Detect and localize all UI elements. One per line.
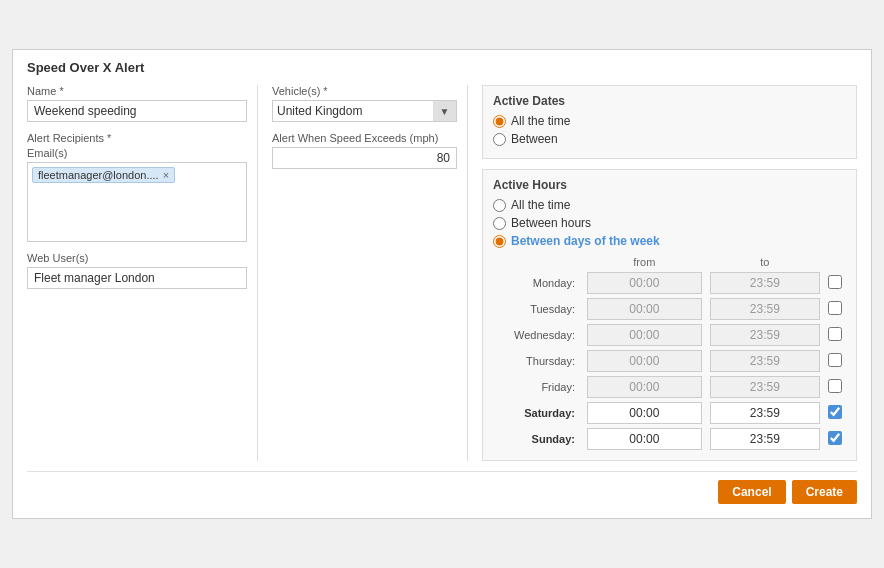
day-checkbox-cell xyxy=(824,322,846,348)
day-label: Tuesday: xyxy=(493,296,583,322)
to-cell xyxy=(706,400,824,426)
speed-label: Alert When Speed Exceeds (mph) xyxy=(272,132,457,144)
from-cell xyxy=(583,348,706,374)
days-table: from to Monday: Tuesday: xyxy=(493,254,846,452)
day-col-header xyxy=(493,254,583,270)
day-checkbox-cell xyxy=(824,374,846,400)
from-time-input[interactable] xyxy=(587,428,702,450)
hours-between-days-row: Between days of the week xyxy=(493,234,846,248)
active-dates-title: Active Dates xyxy=(493,94,846,108)
day-label: Monday: xyxy=(493,270,583,296)
dialog-footer: Cancel Create xyxy=(27,471,857,504)
day-checkbox[interactable] xyxy=(828,301,842,315)
recipients-label: Alert Recipients * xyxy=(27,132,247,144)
speed-input[interactable] xyxy=(272,147,457,169)
to-time-input[interactable] xyxy=(710,402,820,424)
from-time-input xyxy=(587,376,702,398)
from-cell xyxy=(583,426,706,452)
day-label: Thursday: xyxy=(493,348,583,374)
from-time-input xyxy=(587,350,702,372)
hours-between-days-label: Between days of the week xyxy=(511,234,660,248)
day-label: Friday: xyxy=(493,374,583,400)
hours-between-hours-radio[interactable] xyxy=(493,217,506,230)
emails-label: Email(s) xyxy=(27,147,247,159)
from-time-input xyxy=(587,324,702,346)
vehicles-label: Vehicle(s) * xyxy=(272,85,457,97)
to-time-input[interactable] xyxy=(710,428,820,450)
middle-column: Vehicle(s) * United Kingdom ▼ Alert When… xyxy=(257,85,457,461)
web-users-section: Web User(s) xyxy=(27,252,247,289)
email-tags-area[interactable]: fleetmanager@london.... × xyxy=(27,162,247,242)
hours-between-days-radio[interactable] xyxy=(493,235,506,248)
vehicles-section: Vehicle(s) * United Kingdom ▼ xyxy=(272,85,457,122)
active-dates-box: Active Dates All the time Between xyxy=(482,85,857,159)
day-checkbox[interactable] xyxy=(828,327,842,341)
from-cell xyxy=(583,270,706,296)
to-cell xyxy=(706,296,824,322)
left-column: Name * Alert Recipients * Email(s) fleet… xyxy=(27,85,247,461)
table-row: Monday: xyxy=(493,270,846,296)
to-col-header: to xyxy=(706,254,824,270)
between-date-row: Between xyxy=(493,132,846,146)
name-input[interactable] xyxy=(27,100,247,122)
create-button[interactable]: Create xyxy=(792,480,857,504)
from-cell xyxy=(583,400,706,426)
to-cell xyxy=(706,374,824,400)
date-all-time-radio[interactable] xyxy=(493,115,506,128)
active-hours-title: Active Hours xyxy=(493,178,846,192)
web-users-label: Web User(s) xyxy=(27,252,247,264)
from-cell xyxy=(583,322,706,348)
day-checkbox[interactable] xyxy=(828,431,842,445)
day-label: Wednesday: xyxy=(493,322,583,348)
day-label: Saturday: xyxy=(493,400,583,426)
day-checkbox-cell xyxy=(824,270,846,296)
day-checkbox-cell xyxy=(824,296,846,322)
to-time-input xyxy=(710,272,820,294)
to-time-input xyxy=(710,324,820,346)
table-row: Wednesday: xyxy=(493,322,846,348)
web-user-input[interactable] xyxy=(27,267,247,289)
table-row: Thursday: xyxy=(493,348,846,374)
dialog-title: Speed Over X Alert xyxy=(27,60,857,75)
day-checkbox[interactable] xyxy=(828,405,842,419)
vehicles-select[interactable]: United Kingdom xyxy=(272,100,457,122)
speed-over-x-dialog: Speed Over X Alert Name * Alert Recipien… xyxy=(12,49,872,519)
date-between-radio[interactable] xyxy=(493,133,506,146)
speed-input-wrapper xyxy=(272,147,457,169)
to-time-input xyxy=(710,350,820,372)
hours-all-time-row: All the time xyxy=(493,198,846,212)
date-between-label: Between xyxy=(511,132,558,146)
hours-all-time-label: All the time xyxy=(511,198,570,212)
email-tag: fleetmanager@london.... × xyxy=(32,167,175,183)
to-cell xyxy=(706,270,824,296)
day-checkbox-cell xyxy=(824,348,846,374)
hours-between-hours-row: Between hours xyxy=(493,216,846,230)
from-time-input[interactable] xyxy=(587,402,702,424)
active-hours-box: Active Hours All the time Between hours … xyxy=(482,169,857,461)
hours-all-time-radio[interactable] xyxy=(493,199,506,212)
speed-section: Alert When Speed Exceeds (mph) xyxy=(272,132,457,169)
all-time-date-row: All the time xyxy=(493,114,846,128)
from-cell xyxy=(583,374,706,400)
remove-email-icon[interactable]: × xyxy=(163,169,169,181)
table-row: Saturday: xyxy=(493,400,846,426)
to-time-input xyxy=(710,298,820,320)
to-time-input xyxy=(710,376,820,398)
day-checkbox[interactable] xyxy=(828,379,842,393)
day-checkbox-cell xyxy=(824,400,846,426)
from-cell xyxy=(583,296,706,322)
from-col-header: from xyxy=(583,254,706,270)
from-time-input xyxy=(587,272,702,294)
day-checkbox[interactable] xyxy=(828,275,842,289)
name-section: Name * xyxy=(27,85,247,122)
to-cell xyxy=(706,426,824,452)
hours-between-hours-label: Between hours xyxy=(511,216,591,230)
email-tag-text: fleetmanager@london.... xyxy=(38,169,159,181)
cancel-button[interactable]: Cancel xyxy=(718,480,785,504)
day-label: Sunday: xyxy=(493,426,583,452)
table-row: Tuesday: xyxy=(493,296,846,322)
day-checkbox-cell xyxy=(824,426,846,452)
table-row: Friday: xyxy=(493,374,846,400)
day-checkbox[interactable] xyxy=(828,353,842,367)
to-cell xyxy=(706,322,824,348)
